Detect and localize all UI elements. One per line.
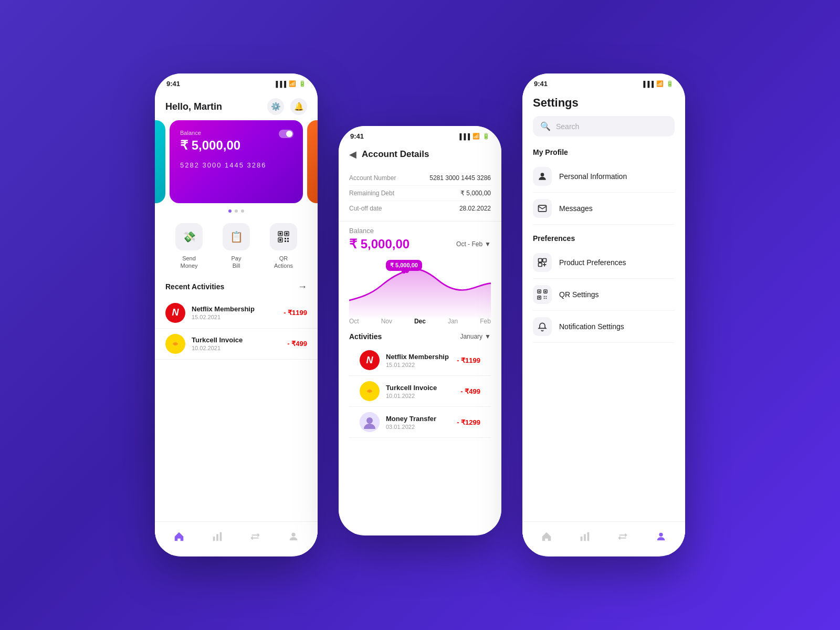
personal-info-icon xyxy=(533,167,552,186)
activity-date-turkcell-1: 10.02.2021 xyxy=(192,345,281,351)
svg-rect-6 xyxy=(285,238,286,239)
activity-name-netflix-1: Netflix Membership xyxy=(192,305,277,313)
activity-date-turkcell-2: 10.01.2022 xyxy=(386,393,454,399)
cutoff-row: Cut-off date 28.02.2022 xyxy=(349,201,491,216)
qr-settings-item[interactable]: QR Settings xyxy=(533,279,675,311)
status-icons-3: ▐▐▐ 📶 🔋 xyxy=(642,80,674,87)
dot-2[interactable] xyxy=(235,209,238,213)
remaining-debt-label: Remaining Debt xyxy=(349,190,394,197)
svg-point-19 xyxy=(541,173,544,176)
p3-header: Settings xyxy=(522,91,685,116)
nav-home-1[interactable] xyxy=(166,528,192,545)
search-bar[interactable]: 🔍 Search xyxy=(533,116,675,136)
more-arrow[interactable]: → xyxy=(298,281,307,292)
activity-info-turkcell-1: Turkcell Invoice 10.02.2021 xyxy=(192,336,281,351)
carousel-dots xyxy=(155,209,318,218)
back-button[interactable]: ◀ xyxy=(349,149,356,160)
svg-rect-33 xyxy=(545,298,547,299)
svg-rect-1 xyxy=(279,233,281,235)
messages-item[interactable]: Messages xyxy=(533,193,675,225)
activities-month-text: January xyxy=(460,333,482,340)
product-prefs-item[interactable]: Product Preferences xyxy=(533,247,675,279)
product-prefs-icon xyxy=(533,253,552,272)
settings-title: Settings xyxy=(533,96,675,110)
notification-settings-label: Notification Settings xyxy=(559,322,624,331)
activity-netflix-1[interactable]: N Netflix Membership 15.02.2021 - ₹1199 xyxy=(155,298,318,329)
pay-bill-action[interactable]: 📋 PayBill xyxy=(223,223,250,270)
activity-info-netflix-1: Netflix Membership 15.02.2021 xyxy=(192,305,277,320)
svg-rect-27 xyxy=(545,291,547,292)
nav-chart-3[interactable] xyxy=(572,528,598,545)
status-icons-1: ▐▐▐ 📶 🔋 xyxy=(274,80,306,87)
svg-point-37 xyxy=(659,532,663,536)
qr-actions-action[interactable]: QRActions xyxy=(270,223,297,270)
svg-rect-12 xyxy=(216,534,218,541)
month-oct[interactable]: Oct xyxy=(349,318,359,325)
month-jan[interactable]: Jan xyxy=(448,318,458,325)
month-nov[interactable]: Nov xyxy=(381,318,392,325)
balance-big: ₹ 5,000,00 xyxy=(349,237,410,251)
personal-info-label: Personal Information xyxy=(559,172,627,181)
search-input[interactable]: Search xyxy=(556,122,579,131)
wifi-icon-3: 📶 xyxy=(656,80,664,87)
nav-transfer-3[interactable] xyxy=(610,528,636,545)
greeting-text: Hello, Martin xyxy=(165,101,222,112)
svg-rect-30 xyxy=(544,296,545,297)
nav-chart-1[interactable] xyxy=(204,528,230,545)
activity-turkcell-2[interactable]: Turkcell Invoice 10.01.2022 - ₹499 xyxy=(349,376,491,407)
account-number-value: 5281 3000 1445 3286 xyxy=(429,174,491,182)
send-money-icon: 💸 xyxy=(175,223,203,250)
nav-transfer-1[interactable] xyxy=(242,528,268,545)
settings-button[interactable]: ⚙️ xyxy=(267,98,284,115)
battery-icon-1: 🔋 xyxy=(299,80,306,87)
notification-button[interactable]: 🔔 xyxy=(290,98,307,115)
dot-3[interactable] xyxy=(241,209,244,213)
recent-activities-header: Recent Activities → xyxy=(155,278,318,298)
nav-home-3[interactable] xyxy=(533,528,560,545)
main-card[interactable]: Balance ₹ 5,000,00 5282 3000 1445 3286 xyxy=(170,120,303,203)
recent-activities-title: Recent Activities xyxy=(165,282,224,291)
activity-info-transfer-2: Money Transfer 03.01.2022 xyxy=(386,415,450,430)
month-feb[interactable]: Feb xyxy=(480,318,491,325)
balance-row: ₹ 5,000,00 Oct - Feb ▼ xyxy=(349,237,491,251)
remaining-debt-value: ₹ 5,000,00 xyxy=(460,190,491,197)
nav-profile-3[interactable] xyxy=(648,528,674,545)
p2-header: ◀ Account Details xyxy=(339,143,501,164)
messages-label: Messages xyxy=(559,204,593,213)
activity-transfer-2[interactable]: Money Transfer 03.01.2022 - ₹1299 xyxy=(349,407,491,438)
pay-bill-label: PayBill xyxy=(232,255,242,270)
netflix-logo-1: N xyxy=(165,303,185,323)
month-dec[interactable]: Dec xyxy=(414,318,426,325)
notification-settings-item[interactable]: Notification Settings xyxy=(533,311,675,343)
wifi-icon-1: 📶 xyxy=(289,80,296,87)
card-toggle[interactable] xyxy=(279,130,293,138)
activity-amount-turkcell-2: - ₹499 xyxy=(460,387,480,395)
activity-amount-netflix-2: - ₹1199 xyxy=(457,356,480,364)
nav-profile-1[interactable] xyxy=(280,528,307,545)
activity-info-turkcell-2: Turkcell Invoice 10.01.2022 xyxy=(386,384,454,399)
activities-section: Activities January ▼ N Netflix Membershi… xyxy=(339,328,501,440)
activity-netflix-2[interactable]: N Netflix Membership 15.01.2022 - ₹1199 xyxy=(349,345,491,376)
activity-turkcell-1[interactable]: Turkcell Invoice 10.02.2021 - ₹499 xyxy=(155,329,318,360)
send-money-action[interactable]: 💸 SendMoney xyxy=(175,223,203,270)
activities-month[interactable]: January ▼ xyxy=(460,333,491,340)
phone-1-content: Hello, Martin ⚙️ 🔔 Balance ₹ 5,000,00 52… xyxy=(155,91,318,555)
phone-2-content: ◀ Account Details Account Number 5281 30… xyxy=(339,143,501,534)
dot-1[interactable] xyxy=(228,209,232,213)
phone-3-content: Settings 🔍 Search My Profile Personal In… xyxy=(522,91,685,555)
svg-rect-5 xyxy=(279,239,281,241)
cutoff-value: 28.02.2022 xyxy=(459,205,491,212)
date-range-text: Oct - Feb xyxy=(456,240,482,248)
activity-name-turkcell-2: Turkcell Invoice xyxy=(386,384,454,392)
cards-carousel: Balance ₹ 5,000,00 5282 3000 1445 3286 xyxy=(155,120,318,209)
svg-rect-8 xyxy=(285,240,286,242)
activities-month-chevron: ▼ xyxy=(485,333,491,340)
svg-rect-29 xyxy=(539,297,540,299)
svg-point-18 xyxy=(366,417,373,424)
activity-name-turkcell-1: Turkcell Invoice xyxy=(192,336,281,344)
search-icon: 🔍 xyxy=(540,121,551,131)
activities-title: Activities xyxy=(349,332,382,341)
date-range[interactable]: Oct - Feb ▼ xyxy=(456,240,491,248)
svg-rect-31 xyxy=(545,296,547,297)
personal-info-item[interactable]: Personal Information xyxy=(533,161,675,193)
